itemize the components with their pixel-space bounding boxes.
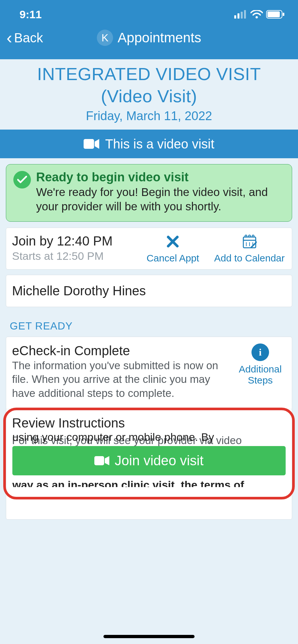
review-line3: way as an in-person clinic visit, the te…: [12, 479, 286, 487]
calendar-label: Add to Calendar: [214, 253, 285, 263]
video-visit-banner: This is a video visit: [0, 130, 298, 158]
add-to-calendar-button[interactable]: Add to Calendar: [214, 233, 285, 263]
video-icon: [94, 455, 109, 466]
back-label: Back: [14, 31, 43, 45]
appointment-header: INTEGRATED VIDEO VISIT (Video Visit) Fri…: [0, 59, 298, 130]
ready-body: We're ready for you! Begin the video vis…: [36, 185, 285, 214]
echeckin-title: eCheck-in Complete: [12, 343, 229, 358]
join-time-card: Join by 12:40 PM Starts at 12:50 PM Canc…: [6, 228, 292, 270]
info-icon: i: [251, 343, 269, 361]
join-highlight: using your computer or mobile phone. By …: [3, 408, 295, 499]
patient-name: Michelle Dorothy Hines: [12, 284, 286, 298]
svg-rect-2: [241, 12, 243, 19]
appt-date: Friday, March 11, 2022: [7, 109, 291, 123]
review-line2: using your computer or mobile phone. By: [12, 430, 286, 444]
back-button[interactable]: ‹ Back: [7, 29, 43, 46]
status-indicators: [234, 10, 285, 19]
battery-icon: [266, 10, 285, 19]
appt-title-line1: INTEGRATED VIDEO VISIT: [37, 64, 261, 84]
svg-rect-1: [237, 13, 239, 19]
check-icon: [13, 171, 31, 189]
appt-title-line2: (Video Visit): [101, 86, 197, 106]
additional-steps-label: Additional Steps: [236, 364, 285, 386]
svg-rect-3: [244, 10, 246, 19]
ready-title: Ready to begin video visit: [36, 170, 285, 184]
svg-rect-6: [267, 11, 280, 17]
ready-alert: Ready to begin video visit We're ready f…: [6, 164, 292, 222]
video-icon: [84, 138, 99, 149]
page-title: Appointments: [118, 30, 201, 46]
svg-point-12: [249, 235, 251, 237]
join-by-text: Join by 12:40 PM: [12, 234, 113, 248]
close-icon: [166, 233, 179, 250]
home-indicator[interactable]: [103, 635, 195, 638]
svg-point-11: [245, 235, 247, 237]
echeckin-body: The information you've submitted is now …: [12, 359, 229, 401]
calendar-icon: [242, 233, 257, 250]
status-bar: 9:11: [0, 0, 298, 23]
svg-rect-17: [94, 456, 104, 465]
svg-rect-8: [84, 139, 94, 149]
svg-rect-7: [283, 13, 284, 16]
additional-steps-button[interactable]: i Additional Steps: [236, 343, 285, 401]
patient-card: Michelle Dorothy Hines: [6, 275, 292, 307]
wifi-icon: [251, 10, 263, 19]
starts-at-text: Starts at 12:50 PM: [12, 250, 113, 262]
nav-bar: ‹ Back K Appointments: [0, 23, 298, 59]
chevron-left-icon: ‹: [7, 29, 12, 46]
cancel-label: Cancel Appt: [146, 253, 199, 263]
cancel-appt-button[interactable]: Cancel Appt: [146, 233, 199, 263]
join-button-label: Join video visit: [115, 453, 203, 469]
svg-point-4: [256, 16, 258, 19]
svg-rect-0: [234, 15, 236, 19]
banner-text: This is a video visit: [105, 137, 214, 151]
join-video-visit-button[interactable]: Join video visit: [12, 446, 286, 475]
svg-point-13: [252, 235, 254, 237]
section-get-ready: GET READY: [10, 320, 288, 332]
cellular-icon: [234, 10, 247, 19]
status-time: 9:11: [20, 8, 42, 21]
echeckin-row: eCheck-in Complete The information you'v…: [6, 337, 292, 410]
app-badge: K: [97, 30, 113, 46]
